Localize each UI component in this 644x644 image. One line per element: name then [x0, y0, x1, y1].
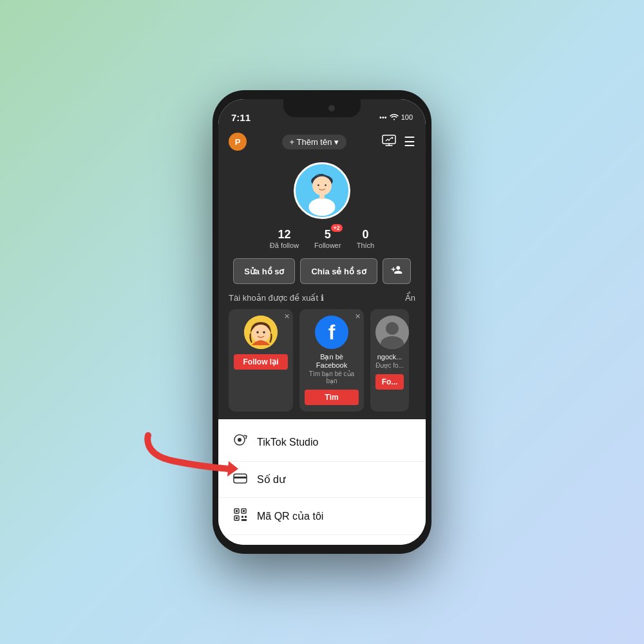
svg-rect-28 [242, 519, 247, 521]
add-name-button[interactable]: + Thêm tên ▾ [282, 135, 347, 149]
add-friend-button[interactable] [383, 258, 411, 284]
nav-icons: ☰ [382, 134, 415, 149]
phone-screen: 7:11 ••• 100 P + Thêm tên ▾ [218, 99, 426, 545]
close-facebook-button[interactable]: ✕ [355, 312, 361, 321]
phone-notch [283, 99, 361, 117]
menu-item-qr[interactable]: Mã QR của tôi [218, 498, 426, 535]
top-nav: P + Thêm tên ▾ ☰ [218, 128, 426, 156]
svg-point-12 [263, 331, 265, 334]
facebook-card-sub: Tìm bạn bè của bạn [305, 370, 359, 384]
menu-item-settings[interactable]: Cài đặt và quyền riêng tư [218, 535, 426, 545]
qr-label: Mã QR của tôi [257, 510, 323, 522]
suggested-card-ngock: ngock... Được fo... Fo... [370, 309, 409, 412]
suggested-card-facebook: ✕ f Bạn bè Facebook Tìm bạn bè của bạn T… [299, 309, 364, 412]
red-arrow [135, 422, 238, 483]
svg-marker-30 [227, 461, 238, 477]
svg-rect-26 [242, 516, 243, 518]
wifi-icon [390, 113, 399, 122]
tv-icon[interactable] [382, 135, 396, 149]
svg-point-6 [325, 184, 327, 186]
find-facebook-button[interactable]: Tìm [305, 390, 359, 405]
suggested-section: Tài khoản được đề xuất ℹ Ẩn ✕ [218, 293, 426, 419]
svg-point-4 [312, 176, 332, 196]
follow-ngock-button[interactable]: Fo... [375, 374, 404, 390]
status-time: 7:11 [231, 112, 251, 123]
edit-profile-button[interactable]: Sửa hồ sơ [233, 258, 295, 284]
svg-point-11 [256, 331, 259, 334]
signal-icon: ••• [379, 113, 387, 121]
svg-point-1 [391, 137, 393, 138]
svg-rect-25 [236, 517, 238, 519]
svg-rect-23 [243, 510, 245, 512]
suggested-header: Tài khoản được đề xuất ℹ Ẩn [229, 293, 415, 303]
stat-followers: 5 +2 Follower [314, 228, 341, 249]
svg-rect-8 [319, 194, 324, 199]
stat-following: 12 Đã follow [270, 228, 299, 249]
camera-dot [328, 105, 335, 111]
ngock-card-sub: Được fo... [375, 362, 404, 369]
suggested-card-girl: ✕ [229, 309, 293, 412]
phone-mockup: 7:11 ••• 100 P + Thêm tên ▾ [213, 90, 431, 554]
svg-rect-0 [383, 135, 395, 144]
menu-icon[interactable]: ☰ [404, 134, 415, 149]
stats-row: 12 Đã follow 5 +2 Follower 0 Thích [218, 228, 426, 258]
girl-avatar [244, 316, 278, 349]
svg-point-5 [317, 184, 319, 186]
balance-label: Số dư [257, 473, 285, 486]
menu-item-tiktok-studio[interactable]: TikTok Studio [218, 423, 426, 462]
menu-item-balance[interactable]: Số dư [218, 462, 426, 498]
avatar-section [218, 156, 426, 228]
svg-rect-21 [236, 510, 238, 512]
bottom-panel: TikTok Studio Số dư [218, 419, 426, 545]
svg-point-14 [386, 322, 399, 335]
chevron-down-icon: ▾ [334, 137, 339, 147]
suggested-title: Tài khoản được đề xuất ℹ [229, 293, 324, 303]
svg-point-10 [252, 325, 270, 343]
suggested-hide-button[interactable]: Ẩn [405, 293, 415, 303]
svg-rect-27 [245, 516, 247, 518]
profile-avatar[interactable] [294, 162, 350, 219]
tiktok-studio-label: TikTok Studio [257, 437, 318, 448]
follow-back-button[interactable]: Follow lại [234, 354, 288, 370]
battery-icon: 100 [401, 113, 413, 121]
status-icons: ••• 100 [379, 113, 413, 122]
ngock-card-name: ngock... [375, 353, 404, 361]
share-profile-button[interactable]: Chia sẻ hồ sơ [300, 258, 377, 284]
ngock-avatar [375, 316, 409, 349]
profile-badge[interactable]: P [229, 133, 247, 151]
qr-icon [232, 508, 248, 524]
facebook-avatar: f [315, 316, 348, 349]
close-girl-button[interactable]: ✕ [284, 312, 290, 321]
suggested-cards: ✕ [229, 309, 415, 412]
action-buttons: Sửa hồ sơ Chia sẻ hồ sơ [218, 258, 426, 293]
stat-likes: 0 Thích [357, 228, 375, 249]
profile-area: P + Thêm tên ▾ ☰ [218, 128, 426, 419]
facebook-card-name: Bạn bè Facebook [305, 353, 359, 369]
